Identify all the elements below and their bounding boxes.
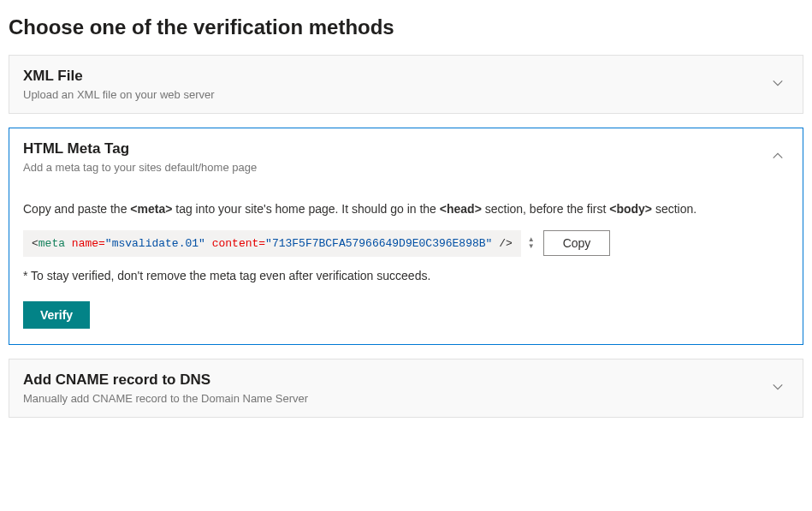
method-xml-header[interactable]: XML File Upload an XML file on your web … (9, 56, 803, 113)
method-xml-subtitle: Upload an XML file on your web server (23, 88, 767, 101)
meta-instruction: Copy and paste the <meta> tag into your … (23, 201, 789, 218)
instruction-tag-body: <body> (609, 202, 652, 216)
method-cname-subtitle: Manually add CNAME record to the Domain … (23, 392, 767, 405)
instruction-tag-meta: <meta> (130, 202, 172, 216)
method-html-meta-title-block: HTML Meta Tag Add a meta tag to your sit… (23, 140, 767, 174)
chevron-up-icon (767, 150, 789, 164)
code-attr-name: name= (65, 237, 105, 250)
meta-note: * To stay verified, don't remove the met… (23, 269, 789, 282)
code-tag: meta (39, 237, 65, 250)
instruction-text: Copy and paste the (23, 202, 130, 216)
chevron-down-icon (767, 381, 789, 395)
method-cname-title-block: Add CNAME record to DNS Manually add CNA… (23, 371, 767, 405)
method-html-meta-body: Copy and paste the <meta> tag into your … (9, 201, 803, 344)
method-xml-title-block: XML File Upload an XML file on your web … (23, 68, 767, 101)
code-attr-value: "713F5F7BCFA57966649D9E0C396E898B" (265, 237, 492, 250)
spinner-down-icon[interactable]: ▼ (528, 243, 535, 250)
method-cname[interactable]: Add CNAME record to DNS Manually add CNA… (9, 359, 803, 418)
page-title: Choose one of the verification methods (9, 15, 803, 39)
method-cname-header[interactable]: Add CNAME record to DNS Manually add CNA… (9, 359, 803, 417)
method-html-meta: HTML Meta Tag Add a meta tag to your sit… (9, 128, 803, 345)
instruction-text: tag into your site's home page. It shoul… (172, 202, 439, 216)
method-xml-file[interactable]: XML File Upload an XML file on your web … (9, 55, 803, 114)
method-html-meta-subtitle: Add a meta tag to your sites default/hom… (23, 161, 767, 174)
instruction-text: section, before the first (482, 202, 609, 216)
verify-button[interactable]: Verify (23, 301, 90, 329)
code-close: /> (492, 237, 512, 250)
method-html-meta-header[interactable]: HTML Meta Tag Add a meta tag to your sit… (9, 128, 803, 186)
code-bracket: < (32, 237, 39, 250)
code-attr-value: "msvalidate.01" (105, 237, 205, 250)
method-html-meta-title: HTML Meta Tag (23, 140, 767, 157)
method-xml-title: XML File (23, 68, 767, 85)
meta-code-snippet[interactable]: <meta name="msvalidate.01" content="713F… (23, 230, 521, 257)
chevron-down-icon (767, 77, 789, 92)
spinner-control[interactable]: ▲ ▼ (528, 236, 535, 250)
meta-code-row: <meta name="msvalidate.01" content="713F… (23, 230, 789, 257)
method-cname-title: Add CNAME record to DNS (23, 371, 767, 389)
instruction-tag-head: <head> (440, 202, 482, 216)
copy-button[interactable]: Copy (543, 230, 611, 256)
code-attr-content: content= (205, 237, 265, 250)
instruction-text: section. (652, 202, 696, 216)
